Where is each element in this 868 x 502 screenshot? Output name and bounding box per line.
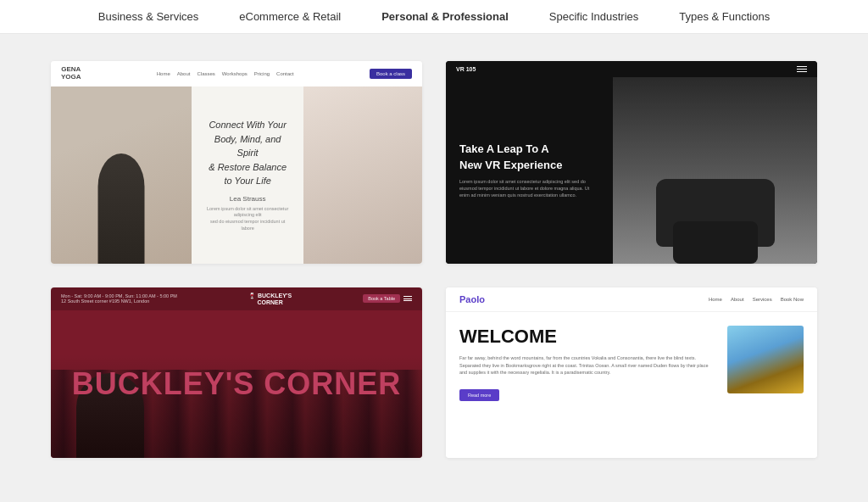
vr-preview: VR 105 Take A Leap To ANew VR Experience… — [446, 61, 817, 264]
buckley-navbar: Mon - Sat: 9:00 AM - 9:00 PM, Sun: 11:00… — [51, 287, 422, 310]
vr-headset — [656, 162, 775, 264]
vr-brand: VR 105 — [456, 66, 476, 72]
yoga-preview: GENAYOGA Home About Classes Workshops Pr… — [51, 61, 422, 264]
buckley-right-nav: Book a Table — [363, 294, 412, 303]
buckley-main-title: BUCKLEY'S CORNER — [72, 369, 402, 399]
paolo-text: WELCOME Far far away, behind the word mo… — [459, 326, 717, 401]
paolo-preview: Paolo Home About Services Book Now WELCO… — [446, 287, 817, 458]
yoga-navbar: GENAYOGA Home About Classes Workshops Pr… — [51, 61, 422, 86]
vr-text-area: Take A Leap To ANew VR Experience Lorem … — [446, 77, 613, 264]
yoga-body: Connect With YourBody, Mind, and Spirit&… — [51, 86, 422, 264]
kit-card-buckley[interactable]: Mon - Sat: 9:00 AM - 9:00 PM, Sun: 11:00… — [51, 287, 422, 458]
paolo-description: Far far away, behind the word mountains,… — [459, 354, 717, 376]
kit-card-paolo[interactable]: Paolo Home About Services Book Now WELCO… — [446, 287, 817, 458]
yoga-person — [51, 86, 192, 264]
vr-image-area — [613, 77, 817, 264]
nav-item-personal[interactable]: Personal & Professional — [381, 10, 509, 23]
nav-item-specific[interactable]: Specific Industries — [549, 10, 639, 23]
paolo-navbar: Paolo Home About Services Book Now — [446, 287, 817, 312]
yoga-left-image — [51, 86, 192, 264]
yoga-person-name: Lea Strauss — [205, 195, 289, 203]
buckley-hero: BUCKLEY'S CORNER — [51, 310, 422, 458]
paolo-couple-image — [727, 326, 804, 393]
buckley-info: Mon - Sat: 9:00 AM - 9:00 PM, Sun: 11:00… — [61, 293, 177, 304]
vr-headset-face — [673, 221, 758, 264]
paolo-read-more: Read more — [459, 389, 499, 401]
vr-subtext: Lorem ipsum dolor sit amet consectetur a… — [459, 178, 599, 199]
yoga-silhouette — [98, 153, 145, 264]
nav-item-business[interactable]: Business & Services — [98, 10, 199, 23]
yoga-nav-links: Home About Classes Workshops Pricing Con… — [157, 71, 294, 76]
paolo-body: WELCOME Far far away, behind the word mo… — [446, 312, 817, 458]
nav-item-types[interactable]: Types & Functions — [679, 10, 770, 23]
kits-grid: GENAYOGA Home About Classes Workshops Pr… — [51, 61, 817, 458]
vr-headline: Take A Leap To ANew VR Experience — [459, 142, 599, 172]
paolo-welcome: WELCOME — [459, 326, 717, 348]
yoga-center-text: Connect With YourBody, Mind, and Spirit&… — [192, 86, 303, 264]
main-navigation: Business & Services eCommerce & Retail P… — [0, 0, 868, 34]
yoga-right-image — [303, 86, 422, 264]
paolo-nav-links: Home About Services Book Now — [709, 297, 804, 302]
buckley-logo: 🍷 BUCKLEY'S CORNER — [248, 293, 292, 305]
buckley-preview: Mon - Sat: 9:00 AM - 9:00 PM, Sun: 11:00… — [51, 287, 422, 458]
nav-item-ecommerce[interactable]: eCommerce & Retail — [239, 10, 341, 23]
hamburger-icon — [797, 66, 807, 72]
paolo-brand: Paolo — [459, 294, 485, 304]
kit-card-yoga[interactable]: GENAYOGA Home About Classes Workshops Pr… — [51, 61, 422, 264]
yoga-brand: GENAYOGA — [61, 66, 81, 81]
yoga-group-image — [303, 86, 422, 264]
buckley-book-btn: Book a Table — [363, 294, 400, 303]
buckley-menu-icon — [403, 296, 412, 301]
main-content: GENAYOGA Home About Classes Workshops Pr… — [0, 34, 868, 485]
vr-hero: Take A Leap To ANew VR Experience Lorem … — [446, 77, 817, 264]
yoga-description: Lorem ipsum dolor sit amet consectetur a… — [205, 206, 289, 232]
yoga-headline: Connect With YourBody, Mind, and Spirit&… — [205, 118, 289, 188]
kit-card-vr[interactable]: VR 105 Take A Leap To ANew VR Experience… — [446, 61, 817, 264]
paolo-image — [727, 326, 804, 393]
vr-navbar: VR 105 — [446, 61, 817, 77]
yoga-cta-btn: Book a class — [370, 69, 412, 79]
